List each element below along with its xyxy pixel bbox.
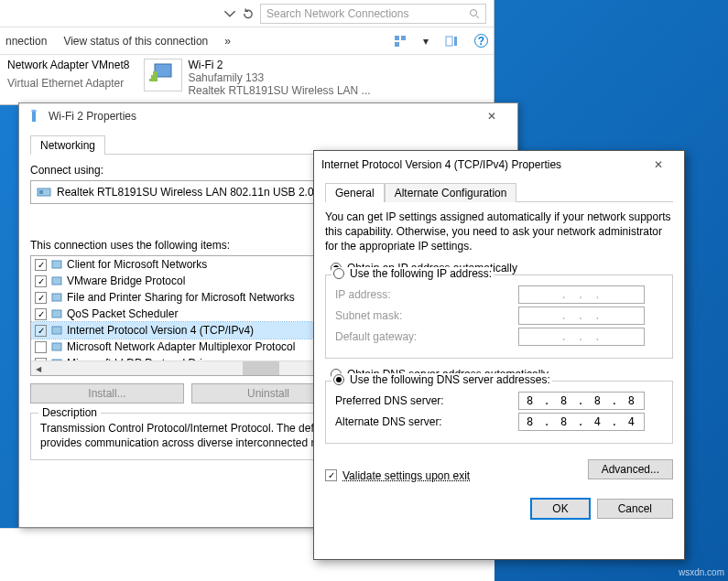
item-label: VMware Bridge Protocol — [67, 274, 185, 287]
alternate-dns-label: Alternate DNS server: — [335, 415, 518, 428]
svg-rect-18 — [52, 310, 61, 317]
search-icon — [469, 8, 480, 19]
validate-checkbox[interactable]: ✓ Validate settings upon exit — [325, 469, 470, 482]
close-button[interactable]: ✕ — [473, 103, 510, 129]
item-label: QoS Packet Scheduler — [67, 307, 178, 320]
search-placeholder: Search Network Connections — [266, 7, 408, 20]
svg-line-1 — [476, 16, 479, 18]
help-icon[interactable]: ? — [474, 34, 488, 48]
svg-rect-6 — [454, 37, 457, 46]
network-connections-window: Search Network Connections nnection View… — [0, 0, 494, 105]
svg-rect-10 — [153, 71, 158, 81]
svg-rect-15 — [52, 261, 61, 268]
cmd-connection[interactable]: nnection — [5, 35, 47, 48]
adapter-sub: Virtual Ethernet Adapter — [7, 77, 129, 90]
checkbox-icon[interactable]: ✓ — [35, 292, 47, 304]
component-icon — [50, 274, 63, 287]
view-icon[interactable] — [394, 35, 407, 48]
dialog-title: Wi-Fi 2 Properties — [49, 110, 466, 123]
checkbox-icon: ✓ — [325, 469, 337, 481]
component-icon — [50, 307, 63, 320]
preview-icon[interactable] — [445, 35, 458, 48]
network-icon — [144, 59, 182, 91]
ipv4-properties-dialog: Internet Protocol Version 4 (TCP/IPv4) P… — [313, 150, 685, 560]
use-ip-radio[interactable]: Use the following IP address: — [331, 267, 494, 280]
network-card-icon — [37, 186, 51, 199]
radio-icon — [333, 374, 344, 385]
address-bar: Search Network Connections — [0, 0, 494, 27]
svg-rect-3 — [401, 36, 406, 40]
svg-rect-19 — [52, 327, 61, 334]
adapter-item-wifi2[interactable]: Wi-Fi 2 Sahufamily 133 Realtek RTL8191SU… — [144, 59, 370, 97]
adapter-item-vmnet8[interactable]: Network Adapter VMnet8 Virtual Ethernet … — [7, 59, 129, 97]
item-label: File and Printer Sharing for Microsoft N… — [67, 291, 295, 304]
tab-alternate[interactable]: Alternate Configuration — [385, 183, 517, 202]
use-dns-radio[interactable]: Use the following DNS server addresses: — [331, 373, 552, 386]
checkbox-icon[interactable]: ✓ — [35, 259, 47, 271]
svg-rect-4 — [395, 42, 399, 47]
ip-address-label: IP address: — [335, 288, 518, 301]
preferred-dns-input[interactable]: 8 . 8 . 8 . 8 — [518, 392, 645, 410]
preferred-dns-label: Preferred DNS server: — [335, 394, 518, 407]
svg-rect-5 — [446, 37, 452, 46]
watermark: wsxdn.com — [679, 567, 724, 577]
svg-rect-20 — [52, 343, 61, 350]
item-label: Client for Microsoft Networks — [67, 258, 207, 271]
adapter-name: Wi-Fi 2 — [188, 59, 370, 71]
radio-icon — [333, 268, 344, 279]
svg-rect-17 — [52, 294, 61, 301]
dialog-title: Internet Protocol Version 4 (TCP/IPv4) P… — [321, 158, 640, 171]
refresh-icon[interactable] — [242, 7, 255, 20]
component-icon — [50, 291, 63, 304]
alternate-dns-input[interactable]: 8 . 8 . 4 . 4 — [518, 413, 645, 431]
checkbox-label: Validate settings upon exit — [342, 469, 470, 482]
close-button[interactable]: ✕ — [640, 152, 677, 178]
adapter-name: Network Adapter VMnet8 — [7, 59, 129, 71]
chevron-down-icon[interactable] — [223, 7, 236, 20]
search-input[interactable]: Search Network Connections — [260, 4, 486, 24]
adapter-device: Realtek RTL8191SU Wireless LAN ... — [188, 84, 370, 97]
subnet-input: . . . — [518, 307, 645, 325]
chevron-down-icon[interactable]: ▾ — [423, 35, 429, 48]
item-label: Microsoft Network Adapter Multiplexor Pr… — [67, 340, 295, 353]
checkbox-icon[interactable]: ✓ — [35, 325, 47, 337]
chevron-down-icon[interactable]: » — [224, 35, 231, 48]
svg-point-12 — [31, 110, 37, 112]
svg-rect-16 — [52, 277, 61, 285]
dns-fieldset: Use the following DNS server addresses: … — [325, 381, 673, 444]
advanced-button[interactable]: Advanced... — [588, 459, 673, 479]
install-button[interactable]: Install... — [30, 383, 184, 403]
svg-rect-14 — [39, 190, 43, 194]
svg-point-0 — [471, 9, 477, 16]
checkbox-icon[interactable] — [35, 341, 47, 353]
component-icon — [50, 340, 63, 353]
tab-general[interactable]: General — [325, 183, 385, 202]
gateway-input: . . . — [518, 328, 645, 346]
checkbox-icon[interactable]: ✓ — [35, 308, 47, 320]
radio-label: Use the following DNS server addresses: — [350, 373, 550, 386]
checkbox-icon[interactable]: ✓ — [35, 275, 47, 287]
scroll-thumb[interactable] — [243, 361, 279, 375]
component-icon — [50, 324, 63, 337]
subnet-label: Subnet mask: — [335, 309, 518, 322]
description-text: You can get IP settings assigned automat… — [325, 210, 673, 254]
ip-fieldset: Use the following IP address: IP address… — [325, 274, 673, 359]
description-label: Description — [38, 406, 101, 419]
component-icon — [50, 258, 63, 271]
ok-button[interactable]: OK — [531, 499, 589, 519]
cmd-view-status[interactable]: View status of this connection — [63, 35, 208, 48]
adapter-ssid: Sahufamily 133 — [188, 71, 370, 84]
gateway-label: Default gateway: — [335, 330, 518, 343]
command-bar: nnection View status of this connection … — [0, 27, 494, 55]
item-label: Internet Protocol Version 4 (TCP/IPv4) — [67, 324, 254, 337]
svg-rect-11 — [32, 111, 36, 122]
wifi-icon — [27, 109, 41, 124]
radio-label: Use the following IP address: — [350, 267, 492, 280]
tab-networking[interactable]: Networking — [30, 135, 105, 155]
adapter-name: Realtek RTL8191SU Wireless LAN 802.11n U… — [57, 186, 331, 199]
svg-rect-2 — [395, 36, 399, 40]
cancel-button[interactable]: Cancel — [597, 499, 673, 519]
ip-address-input: . . . — [518, 285, 645, 304]
scroll-left-icon[interactable]: ◀ — [31, 361, 46, 376]
